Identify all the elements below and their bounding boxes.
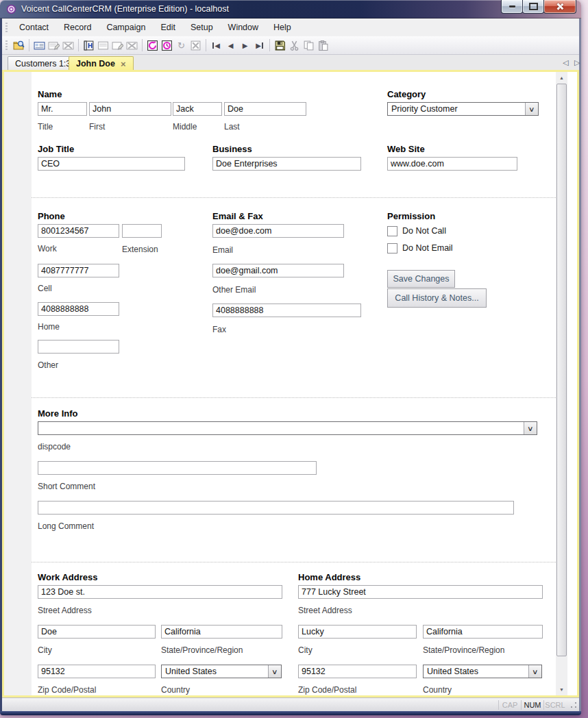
delete-record-icon[interactable] xyxy=(125,38,139,52)
work-city-field[interactable] xyxy=(38,625,156,639)
nav-next-icon[interactable]: ▶ xyxy=(238,38,252,52)
email-field[interactable] xyxy=(212,224,344,238)
close-icon xyxy=(556,3,564,10)
other-email-field[interactable] xyxy=(212,264,344,277)
short-comment-label: Short Comment xyxy=(38,482,95,491)
job-title-field[interactable] xyxy=(38,157,185,171)
menu-contact[interactable]: Contact xyxy=(12,20,56,35)
menu-help[interactable]: Help xyxy=(266,20,299,35)
vertical-scrollbar[interactable]: ▲ ▼ xyxy=(556,72,567,695)
web-site-field[interactable] xyxy=(387,157,517,171)
view-record-icon[interactable] xyxy=(96,38,110,52)
schedule-call-icon[interactable] xyxy=(145,38,160,52)
long-comment-label: Long Comment xyxy=(38,521,94,531)
work-street-label: Street Address xyxy=(38,606,92,615)
menu-bar: Contact Record Campaign Edit Setup Windo… xyxy=(2,18,579,36)
edit-contact-icon[interactable] xyxy=(47,38,61,52)
delete-call-icon[interactable] xyxy=(188,38,203,52)
work-country-dropdown[interactable]: United States ∨ xyxy=(161,665,282,678)
menu-setup[interactable]: Setup xyxy=(183,20,221,35)
work-zip-field[interactable] xyxy=(38,665,156,678)
edit-record-icon[interactable] xyxy=(110,38,125,52)
schedule-repeat-call-icon[interactable] xyxy=(160,38,174,52)
home-city-label: City xyxy=(298,645,313,655)
work-country-dropdown-button[interactable]: ∨ xyxy=(268,665,281,678)
home-city-field[interactable] xyxy=(298,625,417,639)
toolbar-grip xyxy=(5,40,8,50)
nav-previous-icon[interactable]: ◀ xyxy=(223,38,238,52)
other-phone-field[interactable] xyxy=(38,340,119,354)
work-state-field[interactable] xyxy=(161,625,282,639)
last-name-field[interactable] xyxy=(224,102,306,116)
home-street-label: Street Address xyxy=(298,606,352,615)
scroll-up-button[interactable]: ▲ xyxy=(556,72,567,84)
home-zip-label: Zip Code/Postal xyxy=(298,685,356,695)
reschedule-call-icon[interactable]: ↻ xyxy=(174,38,188,52)
home-phone-field[interactable] xyxy=(38,302,119,316)
scroll-lock-indicator: SCRL xyxy=(543,700,566,710)
menu-campaign[interactable]: Campaign xyxy=(99,20,153,35)
long-comment-field[interactable] xyxy=(38,501,514,515)
toolbar-separator xyxy=(142,39,143,51)
home-zip-field[interactable] xyxy=(298,665,417,678)
home-country-dropdown-button[interactable]: ∨ xyxy=(528,665,541,678)
call-history-notes-button[interactable]: Call History & Notes... xyxy=(387,288,487,308)
menu-window[interactable]: Window xyxy=(221,20,266,35)
fax-field[interactable] xyxy=(212,304,361,317)
tab-john-doe[interactable]: John Doe × xyxy=(69,56,134,71)
middle-name-field[interactable] xyxy=(173,102,222,116)
scroll-up-icon: ▲ xyxy=(559,75,564,80)
work-street-field[interactable] xyxy=(38,585,282,599)
category-dropdown-button[interactable]: ∨ xyxy=(525,103,538,115)
app-logo-icon xyxy=(6,4,16,14)
paste-icon[interactable] xyxy=(316,38,330,52)
do-not-call-label: Do Not Call xyxy=(402,226,446,236)
new-contact-icon[interactable] xyxy=(32,38,47,52)
cell-phone-field[interactable] xyxy=(38,264,119,277)
extension-field[interactable] xyxy=(122,224,162,238)
minimize-button[interactable] xyxy=(501,0,523,14)
do-not-call-checkbox[interactable] xyxy=(387,226,397,236)
do-not-email-checkbox[interactable] xyxy=(387,243,397,253)
home-street-field[interactable] xyxy=(298,585,543,599)
delete-contact-icon[interactable] xyxy=(61,38,75,52)
home-country-label: Country xyxy=(423,685,452,695)
menu-edit[interactable]: Edit xyxy=(153,20,183,35)
menu-record[interactable]: Record xyxy=(56,20,99,35)
category-heading: Category xyxy=(387,89,426,99)
scroll-down-button[interactable]: ▼ xyxy=(556,684,567,695)
toolbar-separator xyxy=(29,39,29,51)
short-comment-field[interactable] xyxy=(38,461,317,475)
nav-last-icon[interactable]: ▶ xyxy=(252,38,267,52)
home-label: Home xyxy=(38,322,60,332)
title-field[interactable] xyxy=(38,102,87,116)
resize-grip[interactable] xyxy=(569,701,578,710)
new-note-icon[interactable] xyxy=(82,38,96,52)
cell-label: Cell xyxy=(38,284,52,293)
dispcode-dropdown-button[interactable]: ∨ xyxy=(524,422,537,434)
screen: Voicent CallCenterCRM (Enterprise Editio… xyxy=(0,0,588,718)
save-icon[interactable] xyxy=(273,38,287,52)
nav-first-icon[interactable]: ◀ xyxy=(209,38,223,52)
save-changes-button[interactable]: Save Changes xyxy=(387,270,455,288)
scrollbar-thumb[interactable] xyxy=(556,84,567,656)
category-value: Priority Customer xyxy=(388,104,525,114)
tab-scroll-left-icon[interactable]: ◁ xyxy=(563,58,568,67)
open-record-icon[interactable] xyxy=(12,38,26,52)
business-field[interactable] xyxy=(212,157,361,171)
tab-customers[interactable]: Customers 1:3 xyxy=(8,56,78,71)
first-label: First xyxy=(89,122,105,132)
cut-icon[interactable] xyxy=(287,38,302,52)
title-bar[interactable]: Voicent CallCenterCRM (Enterprise Editio… xyxy=(0,0,581,18)
close-button[interactable] xyxy=(543,0,576,14)
dispcode-dropdown[interactable]: ∨ xyxy=(38,421,537,435)
work-phone-field[interactable] xyxy=(38,224,119,238)
home-country-dropdown[interactable]: United States ∨ xyxy=(423,665,542,678)
home-state-field[interactable] xyxy=(423,625,543,639)
maximize-button[interactable] xyxy=(522,0,544,14)
category-dropdown[interactable]: Priority Customer ∨ xyxy=(387,102,539,116)
first-name-field[interactable] xyxy=(89,102,171,116)
tab-scroll-right-icon[interactable]: ▷ xyxy=(574,58,580,67)
copy-icon[interactable] xyxy=(302,38,316,52)
tab-close-icon[interactable]: × xyxy=(121,59,126,69)
